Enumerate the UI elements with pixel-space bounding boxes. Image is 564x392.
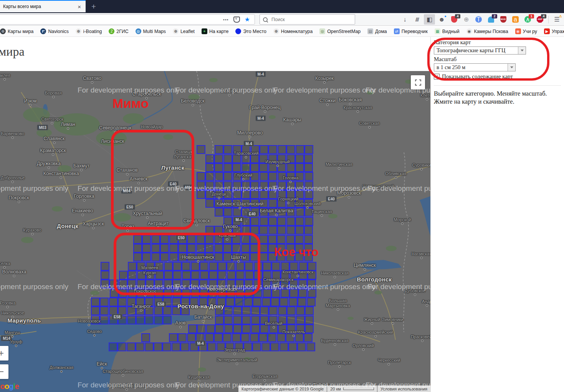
toolbar-badge: 1 xyxy=(529,14,534,18)
bookmark-label: Видный xyxy=(442,29,460,34)
bookmark-item[interactable]: ▤Дома xyxy=(364,26,390,36)
dev-watermark: For development purposes only xyxy=(273,184,375,193)
bookmark-label: Multi Maps xyxy=(143,29,166,34)
dev-watermark: For development purposes only xyxy=(273,86,375,94)
page-actions-icon[interactable]: ••• xyxy=(223,17,229,22)
bookmark-item[interactable]: 22ГИС xyxy=(105,26,132,36)
map-scale: 20 км xyxy=(327,385,377,392)
download-icon[interactable]: ↓ xyxy=(399,14,410,25)
toolbar-badge: ● xyxy=(443,14,448,18)
bookmark-item[interactable]: ⊕Номенклатура xyxy=(270,26,316,36)
sidebar-toggle-icon[interactable]: ◧ xyxy=(424,14,435,25)
bookmark-label: Камеры Пскова xyxy=(474,29,508,34)
bookmark-item[interactable]: ⇄Переводчик xyxy=(390,26,431,36)
annotation-label-miss: Мимо xyxy=(112,96,149,111)
account-icon[interactable]: ☻● xyxy=(436,14,447,25)
zoom-out-button[interactable]: − xyxy=(0,364,8,379)
pocket-icon[interactable] xyxy=(233,17,240,23)
fullscreen-button[interactable] xyxy=(411,75,425,89)
page-title: мира xyxy=(0,45,25,59)
active-tab[interactable]: Карты всего мира × xyxy=(0,0,86,12)
bookmark-item[interactable]: ◉Учи ру xyxy=(512,26,541,36)
toolbar-icons: ↓Ⅲ◧☻●4⊕Т2WABa∧1ABP4☰⚠ xyxy=(399,13,562,26)
bookmark-label: Это Место xyxy=(243,29,266,34)
url-bar[interactable]: ••• ★ xyxy=(0,14,255,25)
alibonus-icon[interactable]: a xyxy=(510,14,521,25)
dev-watermark: For development purposes only xyxy=(367,283,430,291)
bookmark-label: Leaflet xyxy=(180,29,195,34)
bookmark-favicon: ◍ xyxy=(136,28,141,34)
bookmark-favicon: ⊕ xyxy=(76,28,81,34)
google-logo-letter: e xyxy=(15,382,19,390)
bookmark-item[interactable]: ⊕i-Boating xyxy=(72,26,106,36)
bookmark-favicon: ▶ xyxy=(544,28,550,34)
menu-icon[interactable]: ☰⚠ xyxy=(551,14,562,25)
bookmark-item[interactable]: ◩Navionics xyxy=(37,26,72,36)
bookmark-star-icon[interactable]: ★ xyxy=(245,17,250,23)
tab-close-icon[interactable]: × xyxy=(76,3,83,10)
google-logo-letter: g xyxy=(9,382,13,390)
dev-watermark: For development purposes only xyxy=(175,86,278,94)
dev-watermark: For development purposes only xyxy=(367,184,430,193)
toolbar-badge: 4 xyxy=(455,14,460,18)
sidebar: Категория карт Топографические карты ГГЦ… xyxy=(430,37,564,392)
bookmark-label: Номенклатура xyxy=(281,29,313,34)
bookmark-item[interactable]: ▶Упражнения xyxy=(541,26,564,36)
zoom-in-button[interactable]: + xyxy=(0,346,8,361)
bookmark-favicon: ⇄ xyxy=(394,28,400,34)
bookmark-favicon: ▤ xyxy=(367,28,373,34)
dev-watermark: For development purposes only xyxy=(78,86,180,94)
bookmark-label: Переводчик xyxy=(402,29,428,34)
attribution-text: Картографические данные © 2019 Google xyxy=(238,385,327,392)
translator-icon[interactable]: Т xyxy=(473,14,484,25)
bookmark-favicon: ✦ xyxy=(202,28,207,34)
bookmark-label: Учи ру xyxy=(523,29,537,34)
wab-shield-icon[interactable]: WAB xyxy=(498,14,509,25)
bookmarks-bar: ⊕Карты мира◩Navionics⊕i-Boating22ГИС◍Mul… xyxy=(0,26,564,37)
search-box[interactable] xyxy=(260,14,355,25)
bookmark-item[interactable]: ◉Камеры Пскова xyxy=(463,26,512,36)
bookmark-favicon: ⊕ xyxy=(0,28,6,34)
scale-bar xyxy=(343,387,374,390)
google-logo: Google xyxy=(0,382,19,391)
red-annotation-rect-miss xyxy=(111,130,194,230)
map-canvas[interactable]: М03М04М04Е40Е50Е50Е40Е40М-4М-4М-4М-4Е58Е… xyxy=(0,71,430,392)
bookmark-favicon: ⊕ xyxy=(173,28,179,34)
fullscreen-icon xyxy=(415,79,421,86)
bookmark-favicon: ▦ xyxy=(435,28,440,34)
bookmark-item[interactable]: ◍Multi Maps xyxy=(132,26,169,36)
bookmark-item[interactable]: ⊕Leaflet xyxy=(169,26,198,36)
map-zoom-control: + − xyxy=(0,346,8,383)
bookmark-label: Карты мира xyxy=(8,29,33,34)
globe-icon[interactable]: ⊕ xyxy=(461,14,472,25)
google-logo-letter: o xyxy=(5,382,9,390)
adguard-icon[interactable]: 4 xyxy=(448,14,460,25)
terms-link[interactable]: Условия использования xyxy=(377,385,430,392)
ghostery-icon[interactable]: 2 xyxy=(485,14,496,25)
watermark-layer: For development purposes onlyFor develop… xyxy=(0,71,430,392)
search-icon xyxy=(263,17,268,22)
dev-watermark: For development purposes only xyxy=(0,283,68,291)
bookmark-label: i-Boating xyxy=(83,29,102,34)
bookmark-item[interactable]: ✦На карте xyxy=(198,26,232,36)
red-annotation-oval-controls xyxy=(427,38,549,81)
bookmark-item[interactable]: ▦Видный xyxy=(431,26,463,36)
new-tab-button[interactable]: + xyxy=(87,0,101,13)
bookmark-item[interactable]: Это Место xyxy=(232,26,270,36)
dev-watermark: For development purposes only xyxy=(273,283,375,291)
library-icon[interactable]: Ⅲ xyxy=(412,14,423,25)
page-content: мира xyxy=(0,37,564,392)
bookmark-item[interactable]: ⊕Карты мира xyxy=(0,26,37,36)
letyshops-icon[interactable]: ∧1 xyxy=(522,14,533,25)
bookmark-label: На карте xyxy=(209,29,229,34)
abp-icon[interactable]: ABP4 xyxy=(534,14,546,25)
bookmark-label: Дома xyxy=(375,29,387,34)
bookmark-label: OpenStreetMap xyxy=(327,29,361,34)
annotation-label-some: Кое что xyxy=(274,245,318,259)
google-logo-letter: o xyxy=(0,382,5,390)
map-attribution: Картографические данные © 2019 Google 20… xyxy=(238,385,430,392)
bookmark-label: Упражнения xyxy=(552,29,564,34)
search-input[interactable] xyxy=(271,17,352,23)
bookmark-favicon: ◎ xyxy=(319,28,325,34)
bookmark-item[interactable]: ◎OpenStreetMap xyxy=(316,26,364,36)
